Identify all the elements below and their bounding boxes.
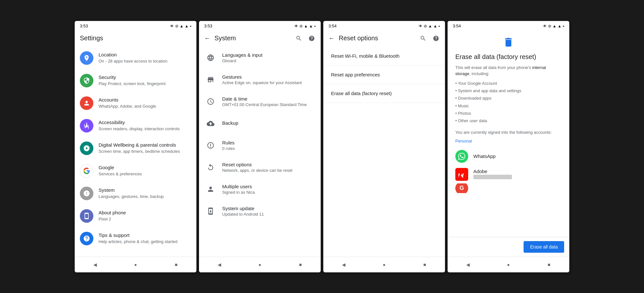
recent-nav-2[interactable]: ■ — [297, 261, 304, 269]
screen1-title: Settings — [80, 34, 191, 42]
battery-icon: ▪ — [190, 24, 191, 28]
recent-nav-3[interactable]: ■ — [421, 261, 429, 269]
reset-subtitle: Network, apps, or device can be reset — [222, 168, 316, 173]
languages-subtitle: Gboard — [222, 58, 316, 63]
back-button-2[interactable]: ← — [204, 34, 211, 42]
help-button-3[interactable] — [432, 34, 440, 42]
system-item-languages[interactable]: Languages & input Gboard — [199, 47, 321, 69]
battery-icon-4: ▪ — [563, 24, 564, 28]
system-update-icon — [204, 205, 217, 218]
accounts-title: Accounts — [99, 97, 191, 103]
signal-icon: ▲ — [185, 24, 189, 28]
gestures-text: Gestures Active Edge on, squeeze for you… — [222, 74, 316, 85]
security-subtitle: Play Protect, screen lock, fingerprint — [99, 81, 191, 87]
location-title: Location — [99, 52, 191, 58]
account-whatsapp: WhatsApp — [455, 147, 562, 165]
wifi-icon-2: ▲ — [304, 24, 308, 28]
signed-in-text: You are currently signed into the follow… — [455, 130, 562, 135]
screen2-icons — [295, 34, 316, 42]
bottom-bar-2: ◀ ● ■ — [199, 257, 321, 272]
reset-item-app-pref[interactable]: Reset app preferences — [323, 65, 445, 84]
settings-item-accessibility[interactable]: Accessibility Screen readers, display, i… — [75, 114, 196, 137]
system-item-reset[interactable]: Reset options Network, apps, or device c… — [199, 156, 321, 178]
settings-item-accounts[interactable]: Accounts WhatsApp, Adobe, and Google — [75, 92, 196, 114]
eye-icon: 👁 — [170, 24, 174, 28]
time-4: 3:54 — [453, 24, 461, 28]
circle-icon-3: ⊘ — [424, 24, 427, 28]
bottom-bar-1: ◀ ● ■ — [75, 257, 196, 272]
home-nav-1[interactable]: ● — [132, 261, 139, 269]
settings-item-google[interactable]: Google Services & preferences — [75, 160, 196, 182]
tips-text: Tips & support Help articles, phone & ch… — [99, 232, 191, 244]
bullet-system: • System and app data and settings — [455, 87, 562, 94]
back-nav-1[interactable]: ◀ — [91, 261, 99, 269]
about-phone-text: About phone Pixel 2 — [99, 210, 191, 222]
security-text: Security Play Protect, screen lock, fing… — [99, 74, 191, 86]
erase-desc-suffix: , including: — [469, 71, 489, 76]
reset-item-erase[interactable]: Erase all data (factory reset) — [323, 84, 445, 103]
search-button-2[interactable] — [295, 34, 303, 42]
home-nav-4[interactable]: ● — [505, 261, 512, 269]
status-bar-1: 3:53 👁 ⊘ ▲ ▲ ▪ — [75, 21, 196, 30]
backup-text: Backup — [222, 120, 316, 126]
settings-item-location[interactable]: Location On - 28 apps have access to loc… — [75, 47, 196, 69]
settings-item-about[interactable]: About phone Pixel 2 — [75, 205, 196, 227]
recent-nav-1[interactable]: ■ — [172, 261, 180, 269]
google-icon — [80, 164, 93, 178]
battery-icon-3: ▪ — [439, 24, 440, 28]
multiple-users-icon — [204, 183, 217, 196]
signal-icon-3: ▲ — [433, 24, 437, 28]
screen1-settings: 3:53 👁 ⊘ ▲ ▲ ▪ Settings Location On - 28… — [75, 21, 196, 272]
adobe-icon — [455, 168, 468, 181]
reset-item-wifi[interactable]: Reset Wi-Fi, mobile & Bluetooth — [323, 47, 445, 65]
google-partial-icon: G — [455, 183, 468, 193]
digital-wellbeing-icon — [80, 142, 93, 155]
system-update-subtitle: Updated to Android 11 — [222, 212, 316, 217]
home-nav-3[interactable]: ● — [380, 261, 388, 269]
screen3-icons — [419, 34, 440, 42]
erase-content: Erase all data (factory reset) This will… — [448, 30, 569, 237]
digital-wellbeing-subtitle: Screen time, app timers, bedtime schedul… — [99, 149, 191, 154]
help-button-2[interactable] — [308, 34, 316, 42]
accounts-text: Accounts WhatsApp, Adobe, and Google — [99, 97, 191, 109]
reset-icon — [204, 161, 217, 174]
bullet-other: • Other user data — [455, 117, 562, 124]
gestures-icon — [204, 73, 217, 86]
back-nav-4[interactable]: ◀ — [464, 261, 472, 269]
accessibility-text: Accessibility Screen readers, display, i… — [99, 119, 191, 132]
back-nav-3[interactable]: ◀ — [340, 261, 347, 269]
rules-icon — [204, 139, 217, 152]
settings-item-digital-wellbeing[interactable]: Digital Wellbeing & parental controls Sc… — [75, 137, 196, 160]
recent-nav-4[interactable]: ■ — [545, 261, 553, 269]
wifi-icon-3: ▲ — [428, 24, 432, 28]
home-nav-2[interactable]: ● — [256, 261, 264, 269]
bullet-google: • Your Google Account — [455, 80, 562, 87]
accounts-subtitle: WhatsApp, Adobe, and Google — [99, 104, 191, 109]
system-item-rules[interactable]: Rules 0 rules — [199, 134, 321, 156]
search-button-3[interactable] — [419, 34, 427, 42]
settings-item-system[interactable]: System Languages, gestures, time, backup — [75, 182, 196, 205]
system-item-datetime[interactable]: Date & time GMT+01:00 Central European S… — [199, 91, 321, 112]
about-phone-icon — [80, 209, 93, 223]
location-text: Location On - 28 apps have access to loc… — [99, 52, 191, 64]
system-item-update[interactable]: System update Updated to Android 11 — [199, 200, 321, 222]
system-item-gestures[interactable]: Gestures Active Edge on, squeeze for you… — [199, 69, 321, 91]
erase-all-button[interactable]: Erase all data — [524, 241, 564, 253]
screen2-content: Languages & input Gboard Gestures Active… — [199, 47, 321, 257]
back-button-3[interactable]: ← — [328, 34, 335, 42]
settings-item-security[interactable]: Security Play Protect, screen lock, fing… — [75, 69, 196, 92]
accessibility-title: Accessibility — [99, 119, 191, 126]
personal-label: Personal — [455, 139, 562, 143]
screen2-system: 3:53 👁 ⊘ ▲ ▲ ▪ ← System — [199, 21, 321, 272]
reset-text: Reset options Network, apps, or device c… — [222, 162, 316, 173]
system-item-backup[interactable]: Backup — [199, 112, 321, 134]
about-phone-title: About phone — [99, 210, 191, 216]
security-title: Security — [99, 74, 191, 81]
location-icon — [80, 51, 93, 65]
screen3-reset: 3:54 👁 ⊘ ▲ ▲ ▪ ← Reset options — [323, 21, 445, 272]
system-item-multiple-users[interactable]: Multiple users Signed in as Nica — [199, 178, 321, 200]
whatsapp-account-name: WhatsApp — [473, 153, 496, 159]
settings-item-tips[interactable]: Tips & support Help articles, phone & ch… — [75, 227, 196, 250]
backup-icon — [204, 117, 217, 130]
back-nav-2[interactable]: ◀ — [215, 261, 223, 269]
